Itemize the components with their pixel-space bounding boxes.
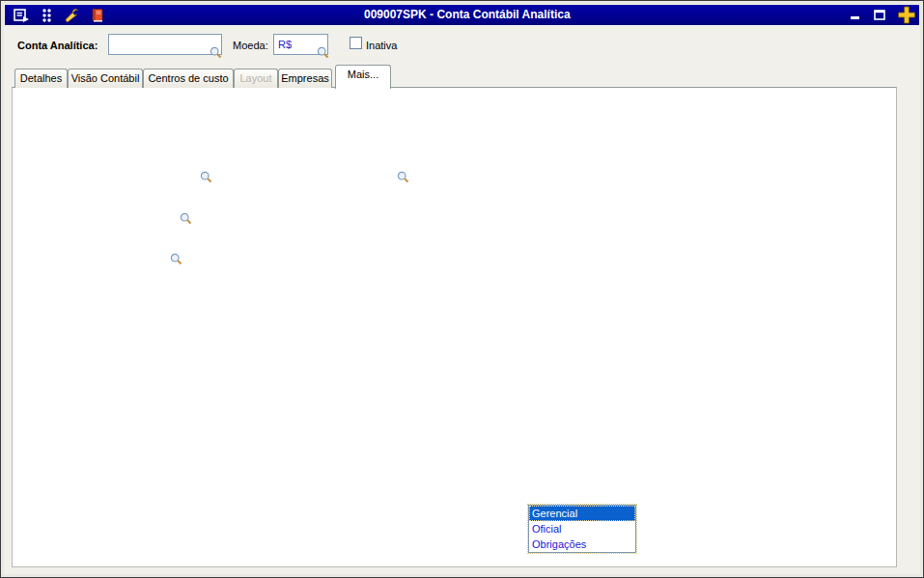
- tipo-visao-dropdown: Gerencial Oficial Obrigações: [528, 505, 636, 553]
- app-window: 009007SPK - Conta Contábil Analítica Con…: [0, 0, 924, 578]
- lookup-icon[interactable]: [180, 211, 192, 224]
- tab-layout: Layout: [234, 69, 278, 88]
- lookup-icon[interactable]: [170, 252, 182, 264]
- titlebar: 009007SPK - Conta Contábil Analítica: [5, 5, 919, 25]
- inativa-label: Inativa: [366, 40, 397, 51]
- form-export-icon[interactable]: [14, 8, 30, 23]
- tab-page: [12, 87, 897, 567]
- lookup-icon[interactable]: [200, 170, 212, 182]
- conta-analitica-label: Conta Analítica:: [17, 40, 98, 51]
- maximize-button[interactable]: [870, 7, 889, 23]
- window-title: 009007SPK - Conta Contábil Analítica: [364, 8, 571, 21]
- tab-detalhes[interactable]: Detalhes: [14, 69, 68, 88]
- lookup-icon[interactable]: [397, 170, 409, 182]
- dropdown-option-oficial[interactable]: Oficial: [529, 521, 635, 537]
- tab-empresas[interactable]: Empresas: [278, 69, 332, 88]
- conta-analitica-input[interactable]: [108, 34, 222, 55]
- moeda-label: Moeda:: [233, 40, 268, 51]
- tab-centros-de-custo[interactable]: Centros de custo: [143, 69, 234, 88]
- dropdown-option-gerencial[interactable]: Gerencial: [529, 506, 635, 521]
- book-icon[interactable]: [89, 8, 105, 23]
- lookup-icon[interactable]: [210, 45, 222, 58]
- wrench-icon[interactable]: [64, 8, 80, 23]
- tab-mais[interactable]: Mais...: [335, 65, 391, 89]
- minimize-button[interactable]: [846, 7, 865, 23]
- inativa-checkbox[interactable]: [350, 37, 362, 49]
- lookup-icon[interactable]: [317, 45, 329, 58]
- close-button[interactable]: [897, 7, 916, 23]
- dropdown-option-obrigacoes[interactable]: Obrigações: [529, 537, 635, 552]
- tab-visao-contabil[interactable]: Visão Contábil: [68, 69, 143, 88]
- traffic-light-icon[interactable]: [39, 8, 55, 23]
